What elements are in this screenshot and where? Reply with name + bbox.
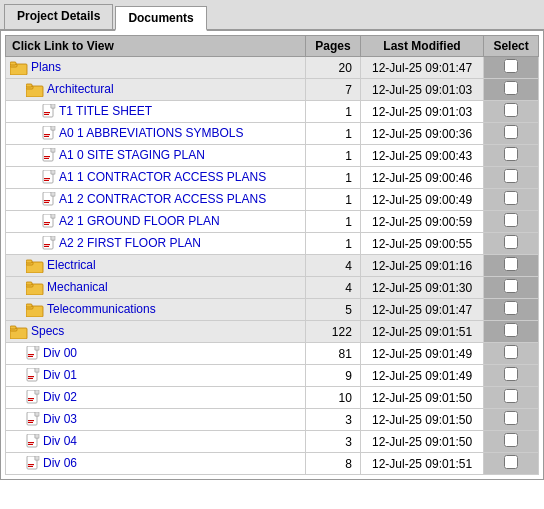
row-checkbox[interactable] <box>504 411 518 425</box>
category-link[interactable]: Architectural <box>47 82 114 96</box>
row-checkbox[interactable] <box>504 433 518 447</box>
row-select-cell[interactable] <box>484 277 539 299</box>
row-checkbox[interactable] <box>504 345 518 359</box>
tab-documents[interactable]: Documents <box>115 6 206 31</box>
table-row: A2 2 FIRST FLOOR PLAN112-Jul-25 09:00:55 <box>6 233 539 255</box>
table-row: Mechanical412-Jul-25 09:01:30 <box>6 277 539 299</box>
row-select-cell[interactable] <box>484 189 539 211</box>
svg-rect-39 <box>44 244 50 245</box>
doc-link[interactable]: A2 2 FIRST FLOOR PLAN <box>59 236 201 250</box>
row-modified: 12-Jul-25 09:01:30 <box>360 277 483 299</box>
row-link-cell: A1 2 CONTRACTOR ACCESS PLANS <box>6 189 306 211</box>
row-checkbox[interactable] <box>504 213 518 227</box>
folder-icon <box>26 280 47 294</box>
doc-icon <box>26 456 43 470</box>
row-select-cell[interactable] <box>484 387 539 409</box>
row-link-cell: Architectural <box>6 79 306 101</box>
table-row: A2 1 GROUND FLOOR PLAN112-Jul-25 09:00:5… <box>6 211 539 233</box>
row-checkbox[interactable] <box>504 455 518 469</box>
svg-rect-43 <box>26 260 32 263</box>
doc-link[interactable]: Div 01 <box>43 368 77 382</box>
table-row: A1 1 CONTRACTOR ACCESS PLANS112-Jul-25 0… <box>6 167 539 189</box>
row-select-cell[interactable] <box>484 167 539 189</box>
category-link[interactable]: Plans <box>31 60 61 74</box>
col-header-link: Click Link to View <box>6 36 306 57</box>
folder-icon <box>26 302 47 316</box>
doc-link[interactable]: A1 1 CONTRACTOR ACCESS PLANS <box>59 170 266 184</box>
row-link-cell: Div 00 <box>6 343 306 365</box>
folder-icon <box>26 258 47 272</box>
row-select-cell[interactable] <box>484 123 539 145</box>
row-select-cell[interactable] <box>484 101 539 123</box>
doc-link[interactable]: Div 03 <box>43 412 77 426</box>
row-checkbox[interactable] <box>504 323 518 337</box>
row-checkbox[interactable] <box>504 301 518 315</box>
row-checkbox[interactable] <box>504 147 518 161</box>
row-checkbox[interactable] <box>504 235 518 249</box>
tab-project-details[interactable]: Project Details <box>4 4 113 29</box>
category-link[interactable]: Telecommunications <box>47 302 156 316</box>
svg-rect-13 <box>51 126 55 130</box>
svg-rect-2 <box>10 62 16 65</box>
row-link-cell: A2 1 GROUND FLOOR PLAN <box>6 211 306 233</box>
row-select-cell[interactable] <box>484 431 539 453</box>
table-row: A0 1 ABBREVIATIONS SYMBOLS112-Jul-25 09:… <box>6 123 539 145</box>
row-select-cell[interactable] <box>484 321 539 343</box>
row-select-cell[interactable] <box>484 57 539 79</box>
row-select-cell[interactable] <box>484 365 539 387</box>
row-checkbox[interactable] <box>504 59 518 73</box>
row-link-cell: Div 01 <box>6 365 306 387</box>
row-modified: 12-Jul-25 09:01:49 <box>360 365 483 387</box>
row-pages: 3 <box>306 431 361 453</box>
doc-link[interactable]: Div 00 <box>43 346 77 360</box>
category-link[interactable]: Specs <box>31 324 64 338</box>
row-modified: 12-Jul-25 09:01:03 <box>360 101 483 123</box>
row-select-cell[interactable] <box>484 211 539 233</box>
row-modified: 12-Jul-25 09:00:43 <box>360 145 483 167</box>
doc-link[interactable]: Div 02 <box>43 390 77 404</box>
doc-link[interactable]: A1 2 CONTRACTOR ACCESS PLANS <box>59 192 266 206</box>
svg-rect-46 <box>26 282 32 285</box>
row-select-cell[interactable] <box>484 233 539 255</box>
row-select-cell[interactable] <box>484 299 539 321</box>
row-checkbox[interactable] <box>504 367 518 381</box>
row-checkbox[interactable] <box>504 103 518 117</box>
doc-icon <box>42 214 59 228</box>
svg-rect-29 <box>44 200 50 201</box>
col-header-pages: Pages <box>306 36 361 57</box>
svg-rect-34 <box>44 222 50 223</box>
folder-icon <box>10 324 31 338</box>
row-select-cell[interactable] <box>484 453 539 475</box>
svg-rect-71 <box>28 420 34 421</box>
doc-link[interactable]: T1 TITLE SHEET <box>59 104 152 118</box>
row-checkbox[interactable] <box>504 191 518 205</box>
category-link[interactable]: Mechanical <box>47 280 108 294</box>
doc-link[interactable]: Div 06 <box>43 456 77 470</box>
category-link[interactable]: Electrical <box>47 258 96 272</box>
doc-icon <box>42 104 59 118</box>
row-select-cell[interactable] <box>484 343 539 365</box>
row-checkbox[interactable] <box>504 257 518 271</box>
row-checkbox[interactable] <box>504 279 518 293</box>
svg-rect-23 <box>51 170 55 174</box>
row-checkbox[interactable] <box>504 81 518 95</box>
doc-icon <box>42 148 59 162</box>
doc-icon <box>26 346 43 360</box>
row-checkbox[interactable] <box>504 389 518 403</box>
doc-link[interactable]: A0 1 ABBREVIATIONS SYMBOLS <box>59 126 244 140</box>
svg-rect-60 <box>35 368 39 372</box>
row-select-cell[interactable] <box>484 79 539 101</box>
table-row: Div 04312-Jul-25 09:01:50 <box>6 431 539 453</box>
svg-rect-40 <box>44 246 49 247</box>
row-checkbox[interactable] <box>504 169 518 183</box>
row-select-cell[interactable] <box>484 409 539 431</box>
row-checkbox[interactable] <box>504 125 518 139</box>
row-select-cell[interactable] <box>484 255 539 277</box>
svg-rect-66 <box>28 398 34 399</box>
doc-link[interactable]: A2 1 GROUND FLOOR PLAN <box>59 214 220 228</box>
row-select-cell[interactable] <box>484 145 539 167</box>
row-pages: 7 <box>306 79 361 101</box>
doc-link[interactable]: Div 04 <box>43 434 77 448</box>
svg-rect-24 <box>44 178 50 179</box>
doc-link[interactable]: A1 0 SITE STAGING PLAN <box>59 148 205 162</box>
